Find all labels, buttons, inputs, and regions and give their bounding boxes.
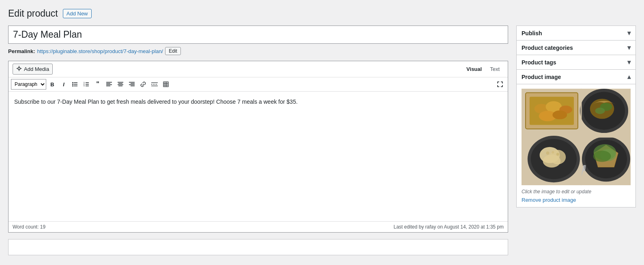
product-tags-panel: Product tags ▾: [516, 55, 636, 70]
permalink-edit-button[interactable]: Edit: [165, 47, 181, 55]
italic-button[interactable]: I: [58, 79, 69, 90]
svg-point-56: [546, 152, 550, 155]
align-center-button[interactable]: [115, 79, 126, 90]
svg-point-9: [72, 85, 73, 87]
svg-rect-32: [163, 82, 168, 87]
bold-button[interactable]: B: [47, 79, 58, 90]
add-media-label: Add Media: [24, 66, 49, 72]
ol-icon: 1.2.3.: [84, 81, 89, 87]
word-count-label: Word count: 19: [13, 224, 45, 230]
product-image-panel-header[interactable]: Product image ▴: [517, 70, 635, 84]
add-media-button[interactable]: Add Media: [13, 64, 53, 75]
add-media-icon: [16, 66, 22, 73]
read-more-button[interactable]: [149, 79, 160, 90]
ordered-list-button[interactable]: 1.2.3.: [81, 79, 92, 90]
svg-point-5: [72, 82, 73, 83]
product-tags-label: Product tags: [522, 59, 556, 66]
publish-chevron-icon: ▾: [627, 29, 631, 37]
product-image[interactable]: [522, 88, 631, 186]
product-image-content: Click the image to edit or update Remove…: [517, 84, 635, 207]
bottom-section: [8, 239, 508, 255]
editor-content[interactable]: Subscribe to our 7-Day Meal Plan to get …: [9, 92, 508, 221]
remove-product-image-link[interactable]: Remove product image: [522, 197, 576, 203]
expand-button[interactable]: [495, 79, 505, 90]
svg-point-50: [595, 108, 605, 114]
align-right-icon: [129, 81, 135, 87]
permalink-label: Permalink:: [8, 48, 35, 54]
permalink-url[interactable]: https://plug‌inable.store/shop/product/7…: [37, 48, 163, 54]
product-categories-panel: Product categories ▾: [516, 41, 636, 55]
svg-point-0: [18, 67, 20, 70]
link-button[interactable]: [138, 79, 148, 90]
publish-panel: Publish ▾: [516, 26, 636, 41]
svg-point-63: [593, 151, 611, 162]
align-left-icon: [106, 81, 112, 87]
table-button[interactable]: [161, 79, 171, 90]
svg-point-7: [72, 84, 73, 85]
svg-point-44: [552, 110, 567, 119]
tags-chevron-icon: ▾: [627, 58, 631, 66]
visual-tab[interactable]: Visual: [462, 64, 486, 74]
product-categories-label: Product categories: [522, 45, 573, 51]
format-toolbar: Paragraph B I 1.2.3. ": [9, 77, 508, 92]
publish-panel-header[interactable]: Publish ▾: [517, 26, 635, 40]
svg-point-55: [543, 155, 561, 168]
product-description: Subscribe to our 7-Day Meal Plan to get …: [14, 97, 502, 106]
link-icon: [140, 81, 146, 87]
svg-text:3.: 3.: [84, 85, 85, 87]
table-icon: [163, 81, 169, 87]
categories-chevron-icon: ▾: [627, 44, 631, 51]
product-tags-panel-header[interactable]: Product tags ▾: [517, 55, 635, 69]
page-title: Edit product: [8, 8, 58, 19]
last-edited-info: Last edited by rafay on August 14, 2020 …: [393, 224, 504, 230]
read-more-icon: [151, 81, 158, 87]
product-image-panel: Product image ▴: [516, 70, 636, 207]
expand-icon: [497, 81, 503, 87]
image-caption: Click the image to edit or update: [522, 189, 631, 194]
food-image-svg: [522, 88, 631, 186]
editor-container: Add Media Visual Text Paragraph B I: [8, 61, 508, 233]
svg-point-57: [552, 151, 554, 154]
paragraph-select[interactable]: Paragraph: [11, 79, 46, 90]
blockquote-button[interactable]: ": [92, 79, 103, 90]
ul-icon: [72, 81, 78, 87]
align-left-button[interactable]: [104, 79, 114, 90]
right-sidebar: Publish ▾ Product categories ▾ Product t…: [516, 26, 636, 261]
add-new-button[interactable]: Add New: [63, 9, 92, 18]
publish-panel-label: Publish: [522, 30, 542, 36]
svg-point-58: [556, 153, 559, 156]
product-title-input[interactable]: [8, 26, 508, 44]
product-image-chevron-icon: ▴: [627, 73, 631, 81]
text-tab[interactable]: Text: [486, 64, 504, 74]
product-categories-panel-header[interactable]: Product categories ▾: [517, 41, 635, 55]
unordered-list-button[interactable]: [70, 79, 80, 90]
product-image-label: Product image: [522, 74, 561, 80]
align-right-button[interactable]: [127, 79, 137, 90]
align-center-icon: [118, 81, 123, 87]
